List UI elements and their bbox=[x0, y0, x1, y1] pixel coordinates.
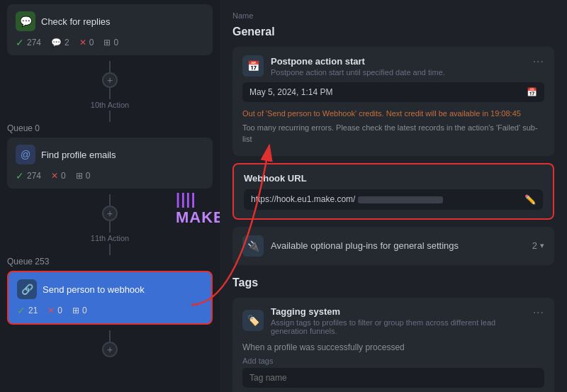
stat-errors: ✕ 0 bbox=[79, 37, 94, 48]
stat-comments: 💬 2 bbox=[51, 37, 69, 48]
name-label: Name bbox=[232, 11, 554, 20]
warning-errors: Too many recurring errors. Please check … bbox=[242, 122, 544, 145]
right-panel: Name General 📅 Postpone action start Pos… bbox=[220, 0, 567, 392]
tagging-subtitle: Assign tags to profiles to filter or gro… bbox=[271, 318, 533, 335]
stat-checks-2: ✓ 274 bbox=[16, 170, 41, 181]
check-replies-title: Check for replies bbox=[41, 16, 111, 27]
tagging-title: Tagging system bbox=[271, 306, 533, 317]
postpone-subtitle: Postpone action start until specified da… bbox=[271, 68, 445, 77]
queue-3-container: Queue 253 🔗 Send person to webhook ✓ 21 … bbox=[7, 257, 213, 325]
date-field[interactable]: May 5, 2024, 1:14 PM 📅 bbox=[242, 82, 544, 102]
webhook-url-card: Webhook URL https://hook.eu1.make.com/ ✏… bbox=[232, 163, 554, 220]
webhook-url-label: Webhook URL bbox=[244, 173, 543, 184]
postpone-card: 📅 Postpone action start Postpone action … bbox=[232, 47, 554, 156]
send-webhook-title: Send person to webhook bbox=[43, 284, 145, 295]
check-replies-icon: 💬 bbox=[16, 11, 35, 31]
plugins-count[interactable]: 2 ▾ bbox=[532, 240, 544, 251]
tagging-menu-btn[interactable]: ··· bbox=[533, 306, 544, 319]
make-logo: |||| MAKE bbox=[176, 190, 220, 227]
add-tags-input[interactable] bbox=[242, 368, 544, 388]
stat-checks-3: ✓ 21 bbox=[17, 305, 38, 316]
make-logo-area: |||| MAKE bbox=[176, 190, 220, 227]
left-panel: 💬 Check for replies ✓ 274 💬 2 ✕ 0 ⊞ bbox=[0, 0, 220, 392]
stat-checks: ✓ 274 bbox=[16, 37, 41, 48]
find-emails-card: @ Find profile emails ✓ 274 ✕ 0 ⊞ 0 bbox=[7, 138, 213, 189]
tagging-icon: 🏷️ bbox=[242, 310, 264, 331]
send-webhook-stats: ✓ 21 ✕ 0 ⊞ 0 bbox=[17, 305, 203, 316]
webhook-card-icon: 🔗 bbox=[17, 279, 37, 299]
queue-2-label: Queue 0 bbox=[7, 123, 213, 133]
stat-copies: ⊞ 0 bbox=[103, 37, 118, 48]
plugins-label: Available optional plug-ins for general … bbox=[271, 240, 459, 251]
add-action-btn-3[interactable]: + bbox=[102, 342, 118, 357]
find-emails-icon: @ bbox=[16, 145, 35, 164]
check-replies-card: 💬 Check for replies ✓ 274 💬 2 ✕ 0 ⊞ bbox=[7, 4, 213, 55]
tags-section-title: Tags bbox=[232, 276, 554, 289]
action-label-10: 10th Action bbox=[91, 101, 129, 109]
send-webhook-card[interactable]: 🔗 Send person to webhook ✓ 21 ✕ 0 ⊞ 0 bbox=[7, 271, 213, 325]
connector-1: + 10th Action bbox=[7, 60, 213, 123]
check-replies-stats: ✓ 274 💬 2 ✕ 0 ⊞ 0 bbox=[16, 37, 204, 48]
stat-errors-3: ✕ 0 bbox=[47, 305, 62, 316]
chevron-down-icon: ▾ bbox=[540, 241, 544, 250]
find-emails-stats: ✓ 274 ✕ 0 ⊞ 0 bbox=[16, 170, 204, 181]
stat-copies-3: ⊞ 0 bbox=[72, 305, 87, 316]
queue-2-container: Queue 0 @ Find profile emails ✓ 274 ✕ 0 … bbox=[7, 123, 213, 189]
webhook-url-text: https://hook.eu1.make.com/ bbox=[251, 194, 519, 204]
connector-3: + bbox=[7, 329, 213, 359]
postpone-title: Postpone action start bbox=[271, 56, 445, 67]
warning-credits: Out of 'Send person to Webhook' credits.… bbox=[242, 108, 544, 120]
calendar-icon: 📅 bbox=[527, 87, 537, 97]
add-action-btn-1[interactable]: + bbox=[102, 72, 118, 88]
date-value: May 5, 2024, 1:14 PM bbox=[249, 87, 332, 97]
optional-plugins-card: 🔌 Available optional plug-ins for genera… bbox=[232, 227, 554, 265]
postpone-menu-btn[interactable]: ··· bbox=[533, 55, 544, 68]
when-processed-label: When a profile was successfully processe… bbox=[242, 342, 544, 352]
postpone-icon: 📅 bbox=[242, 55, 264, 77]
action-label-11: 11th Action bbox=[91, 234, 129, 242]
queue-3-label: Queue 253 bbox=[7, 257, 213, 267]
stat-copies-2: ⊞ 0 bbox=[76, 170, 91, 181]
tagging-card: 🏷️ Tagging system Assign tags to profile… bbox=[232, 298, 554, 393]
stat-errors-2: ✕ 0 bbox=[51, 170, 66, 181]
add-action-btn-2[interactable]: + bbox=[102, 206, 118, 221]
general-section-title: General bbox=[232, 26, 554, 38]
tagging-text: Tagging system Assign tags to profiles t… bbox=[271, 306, 533, 335]
plugins-icon: 🔌 bbox=[242, 235, 264, 257]
add-tags-label: Add tags bbox=[242, 357, 544, 365]
edit-webhook-btn[interactable]: ✏️ bbox=[524, 194, 536, 205]
find-emails-title: Find profile emails bbox=[41, 150, 116, 160]
postpone-text: Postpone action start Postpone action st… bbox=[271, 56, 445, 77]
webhook-url-input[interactable]: https://hook.eu1.make.com/ ✏️ bbox=[244, 189, 543, 210]
